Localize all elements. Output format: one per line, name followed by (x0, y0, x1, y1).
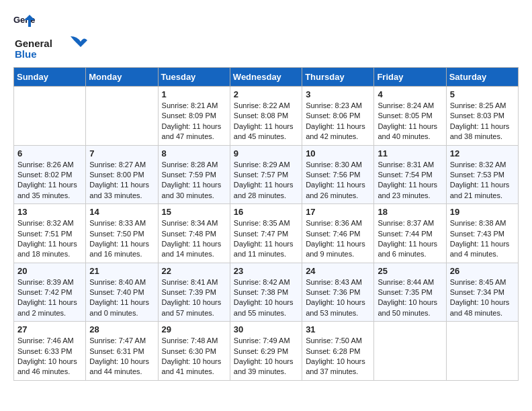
weekday-header-sunday: Sunday (14, 68, 86, 87)
calendar-cell (86, 87, 158, 146)
calendar-cell: 21Sunrise: 8:40 AM Sunset: 7:40 PM Dayli… (86, 263, 158, 322)
cell-sun-info: Sunrise: 8:34 AM Sunset: 7:48 PM Dayligh… (162, 218, 226, 260)
weekday-header-row: SundayMondayTuesdayWednesdayThursdayFrid… (14, 68, 519, 87)
cell-sun-info: Sunrise: 8:23 AM Sunset: 8:06 PM Dayligh… (306, 101, 370, 142)
day-number: 30 (234, 324, 298, 334)
calendar-cell: 19Sunrise: 8:38 AM Sunset: 7:43 PM Dayli… (446, 204, 518, 263)
calendar-cell (14, 87, 86, 146)
day-number: 6 (17, 148, 82, 158)
calendar-cell: 23Sunrise: 8:42 AM Sunset: 7:38 PM Dayli… (230, 263, 302, 322)
header: General General Blue (13, 13, 519, 60)
cell-sun-info: Sunrise: 8:32 AM Sunset: 7:51 PM Dayligh… (17, 218, 82, 260)
day-number: 21 (89, 266, 154, 276)
cell-sun-info: Sunrise: 8:43 AM Sunset: 7:36 PM Dayligh… (306, 277, 370, 319)
cell-sun-info: Sunrise: 8:24 AM Sunset: 8:05 PM Dayligh… (378, 101, 442, 142)
cell-sun-info: Sunrise: 8:26 AM Sunset: 8:02 PM Dayligh… (17, 160, 82, 201)
day-number: 9 (234, 148, 298, 158)
day-number: 8 (162, 148, 226, 158)
day-number: 18 (378, 207, 442, 217)
cell-sun-info: Sunrise: 8:40 AM Sunset: 7:40 PM Dayligh… (89, 277, 154, 319)
cell-sun-info: Sunrise: 8:35 AM Sunset: 7:47 PM Dayligh… (234, 218, 298, 260)
day-number: 4 (378, 89, 442, 99)
logo: General General Blue (13, 13, 87, 60)
weekday-header-friday: Friday (374, 68, 446, 87)
cell-sun-info: Sunrise: 8:31 AM Sunset: 7:54 PM Dayligh… (378, 160, 442, 201)
cell-sun-info: Sunrise: 8:30 AM Sunset: 7:56 PM Dayligh… (306, 160, 370, 201)
day-number: 13 (17, 207, 82, 217)
cell-sun-info: Sunrise: 8:42 AM Sunset: 7:38 PM Dayligh… (234, 277, 298, 319)
cell-sun-info: Sunrise: 8:41 AM Sunset: 7:39 PM Dayligh… (162, 277, 226, 319)
calendar-cell: 7Sunrise: 8:27 AM Sunset: 8:00 PM Daylig… (86, 145, 158, 204)
cell-sun-info: Sunrise: 7:46 AM Sunset: 6:33 PM Dayligh… (17, 336, 82, 377)
cell-sun-info: Sunrise: 8:37 AM Sunset: 7:44 PM Dayligh… (378, 218, 442, 260)
calendar-cell: 3Sunrise: 8:23 AM Sunset: 8:06 PM Daylig… (302, 87, 374, 146)
calendar-cell: 15Sunrise: 8:34 AM Sunset: 7:48 PM Dayli… (158, 204, 230, 263)
cell-sun-info: Sunrise: 8:39 AM Sunset: 7:42 PM Dayligh… (17, 277, 82, 319)
week-row-3: 13Sunrise: 8:32 AM Sunset: 7:51 PM Dayli… (14, 204, 519, 263)
day-number: 1 (162, 89, 226, 99)
day-number: 14 (89, 207, 154, 217)
calendar-cell: 11Sunrise: 8:31 AM Sunset: 7:54 PM Dayli… (374, 145, 446, 204)
day-number: 20 (17, 266, 82, 276)
calendar-cell: 26Sunrise: 8:45 AM Sunset: 7:34 PM Dayli… (446, 263, 518, 322)
calendar-cell: 4Sunrise: 8:24 AM Sunset: 8:05 PM Daylig… (374, 87, 446, 146)
day-number: 11 (378, 148, 442, 158)
calendar-cell: 27Sunrise: 7:46 AM Sunset: 6:33 PM Dayli… (14, 322, 86, 381)
calendar-cell: 8Sunrise: 8:28 AM Sunset: 7:59 PM Daylig… (158, 145, 230, 204)
week-row-1: 1Sunrise: 8:21 AM Sunset: 8:09 PM Daylig… (14, 87, 519, 146)
cell-sun-info: Sunrise: 7:49 AM Sunset: 6:29 PM Dayligh… (234, 336, 298, 377)
calendar-cell: 10Sunrise: 8:30 AM Sunset: 7:56 PM Dayli… (302, 145, 374, 204)
day-number: 3 (306, 89, 370, 99)
calendar-cell: 5Sunrise: 8:25 AM Sunset: 8:03 PM Daylig… (446, 87, 518, 146)
calendar-cell (374, 322, 446, 381)
week-row-5: 27Sunrise: 7:46 AM Sunset: 6:33 PM Dayli… (14, 322, 519, 381)
calendar-cell: 9Sunrise: 8:29 AM Sunset: 7:57 PM Daylig… (230, 145, 302, 204)
day-number: 23 (234, 266, 298, 276)
cell-sun-info: Sunrise: 7:47 AM Sunset: 6:31 PM Dayligh… (89, 336, 154, 377)
calendar-cell: 6Sunrise: 8:26 AM Sunset: 8:02 PM Daylig… (14, 145, 86, 204)
weekday-header-thursday: Thursday (302, 68, 374, 87)
calendar-cell: 28Sunrise: 7:47 AM Sunset: 6:31 PM Dayli… (86, 322, 158, 381)
cell-sun-info: Sunrise: 8:21 AM Sunset: 8:09 PM Dayligh… (162, 101, 226, 142)
day-number: 17 (306, 207, 370, 217)
calendar-cell: 24Sunrise: 8:43 AM Sunset: 7:36 PM Dayli… (302, 263, 374, 322)
week-row-2: 6Sunrise: 8:26 AM Sunset: 8:02 PM Daylig… (14, 145, 519, 204)
calendar-cell: 25Sunrise: 8:44 AM Sunset: 7:35 PM Dayli… (374, 263, 446, 322)
cell-sun-info: Sunrise: 7:50 AM Sunset: 6:28 PM Dayligh… (306, 336, 370, 377)
calendar-cell: 18Sunrise: 8:37 AM Sunset: 7:44 PM Dayli… (374, 204, 446, 263)
calendar-cell: 16Sunrise: 8:35 AM Sunset: 7:47 PM Dayli… (230, 204, 302, 263)
calendar-cell: 14Sunrise: 8:33 AM Sunset: 7:50 PM Dayli… (86, 204, 158, 263)
cell-sun-info: Sunrise: 8:28 AM Sunset: 7:59 PM Dayligh… (162, 160, 226, 201)
svg-text:Blue: Blue (15, 48, 37, 60)
day-number: 27 (17, 324, 82, 334)
calendar-cell: 22Sunrise: 8:41 AM Sunset: 7:39 PM Dayli… (158, 263, 230, 322)
calendar-cell: 2Sunrise: 8:22 AM Sunset: 8:08 PM Daylig… (230, 87, 302, 146)
cell-sun-info: Sunrise: 8:29 AM Sunset: 7:57 PM Dayligh… (234, 160, 298, 201)
cell-sun-info: Sunrise: 8:38 AM Sunset: 7:43 PM Dayligh… (450, 218, 515, 260)
calendar-cell: 1Sunrise: 8:21 AM Sunset: 8:09 PM Daylig… (158, 87, 230, 146)
week-row-4: 20Sunrise: 8:39 AM Sunset: 7:42 PM Dayli… (14, 263, 519, 322)
day-number: 12 (450, 148, 515, 158)
cell-sun-info: Sunrise: 8:25 AM Sunset: 8:03 PM Dayligh… (450, 101, 515, 142)
calendar-cell: 31Sunrise: 7:50 AM Sunset: 6:28 PM Dayli… (302, 322, 374, 381)
day-number: 5 (450, 89, 515, 99)
cell-sun-info: Sunrise: 7:48 AM Sunset: 6:30 PM Dayligh… (162, 336, 226, 377)
day-number: 7 (89, 148, 154, 158)
cell-sun-info: Sunrise: 8:33 AM Sunset: 7:50 PM Dayligh… (89, 218, 154, 260)
calendar-cell: 29Sunrise: 7:48 AM Sunset: 6:30 PM Dayli… (158, 322, 230, 381)
day-number: 31 (306, 324, 370, 334)
calendar-cell: 20Sunrise: 8:39 AM Sunset: 7:42 PM Dayli… (14, 263, 86, 322)
weekday-header-wednesday: Wednesday (230, 68, 302, 87)
weekday-header-tuesday: Tuesday (158, 68, 230, 87)
logo-icon: General (13, 13, 35, 35)
calendar-table: SundayMondayTuesdayWednesdayThursdayFrid… (13, 67, 519, 381)
calendar-cell: 17Sunrise: 8:36 AM Sunset: 7:46 PM Dayli… (302, 204, 374, 263)
day-number: 26 (450, 266, 515, 276)
day-number: 16 (234, 207, 298, 217)
cell-sun-info: Sunrise: 8:36 AM Sunset: 7:46 PM Dayligh… (306, 218, 370, 260)
day-number: 19 (450, 207, 515, 217)
weekday-header-saturday: Saturday (446, 68, 518, 87)
calendar-cell: 30Sunrise: 7:49 AM Sunset: 6:29 PM Dayli… (230, 322, 302, 381)
day-number: 29 (162, 324, 226, 334)
cell-sun-info: Sunrise: 8:27 AM Sunset: 8:00 PM Dayligh… (89, 160, 154, 201)
